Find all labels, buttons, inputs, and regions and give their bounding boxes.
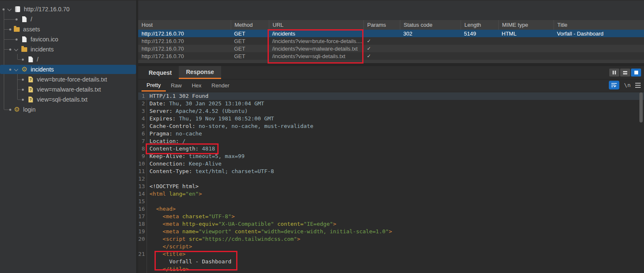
table-row[interactable]: http://172.16.0.70GET/incidents?view=mal… xyxy=(138,45,644,52)
cell-method: GET xyxy=(231,37,269,45)
qfile-icon: ? xyxy=(28,97,33,102)
code-text: Connection: Keep-Alive xyxy=(147,160,222,168)
code-line: 2Date: Thu, 30 Jan 2025 13:10:04 GMT xyxy=(138,100,644,107)
line-number xyxy=(138,265,147,273)
chevron-down-icon[interactable] xyxy=(14,67,18,72)
cell-status xyxy=(400,37,461,45)
line-number: 9 xyxy=(138,153,147,160)
cell-host: http://172.16.0.70 xyxy=(138,37,231,45)
cell-url: /incidents?view=malware-details.txt xyxy=(269,45,363,52)
tree-item-label: favicon.ico xyxy=(31,36,58,43)
line-number: 21 xyxy=(138,250,147,258)
doc-icon xyxy=(21,36,27,42)
table-body: http://172.16.0.70GET/incidents3025149HT… xyxy=(138,30,644,60)
code-text: HTTP/1.1 302 Found xyxy=(147,92,209,100)
tree-item-incidents[interactable]: incidents xyxy=(0,45,136,54)
folder-icon xyxy=(21,47,27,52)
table-row[interactable]: http://172.16.0.70GET/incidents3025149HT… xyxy=(138,30,644,37)
show-newlines-button[interactable]: \n xyxy=(624,82,631,88)
tree-item-label: / xyxy=(31,16,32,23)
line-number: 10 xyxy=(138,160,147,168)
tab-response[interactable]: Response xyxy=(179,66,221,79)
subtab-hex[interactable]: Hex xyxy=(187,79,206,92)
code-line: 15 xyxy=(138,198,644,205)
column-header-mime[interactable]: MIME type xyxy=(498,20,554,30)
subtab-pretty[interactable]: Pretty xyxy=(142,79,166,92)
column-header-url[interactable]: URL xyxy=(269,20,363,30)
code-line: 17 <meta charset="UTF-8"> xyxy=(138,213,644,220)
code-line: 12 xyxy=(138,175,644,183)
editor-menu-button[interactable] xyxy=(635,83,641,88)
editor-scrollbar-thumb[interactable] xyxy=(639,92,643,122)
column-header-params[interactable]: Params xyxy=(363,20,400,30)
code-line: </title> xyxy=(138,265,644,273)
column-header-method[interactable]: Method xyxy=(231,20,269,30)
line-number: 19 xyxy=(138,228,147,235)
tree-node-dot xyxy=(9,69,11,71)
tree-item-favicon-ico[interactable]: favicon.ico xyxy=(0,35,136,44)
chevron-down-icon[interactable] xyxy=(7,7,12,12)
line-number: 6 xyxy=(138,130,147,138)
cell-params: ✓ xyxy=(363,37,400,45)
column-header-length[interactable]: Length xyxy=(461,20,498,30)
code-text: Pragma: no-cache xyxy=(147,130,202,138)
cell-method: GET xyxy=(231,52,269,60)
tree-item-assets[interactable]: assets xyxy=(0,25,136,34)
split-horizontal-button[interactable] xyxy=(620,69,630,77)
code-text: <meta charset="UTF-8"> xyxy=(147,213,235,220)
maximize-view-button[interactable] xyxy=(631,69,641,77)
tree-item-incidents[interactable]: ⚙incidents xyxy=(0,65,136,74)
word-wrap-button[interactable] xyxy=(609,81,619,89)
column-header-title[interactable]: Title xyxy=(554,20,644,30)
table-row[interactable]: http://172.16.0.70GET/incidents?view=bru… xyxy=(138,37,644,45)
code-line: </script> xyxy=(138,243,644,250)
tree-item-view-brute-force-details-txt[interactable]: ?view=brute-force-details.txt xyxy=(0,75,136,84)
table-row[interactable]: http://172.16.0.70GET/incidents?view=sql… xyxy=(138,52,644,60)
code-line: 5Cache-Control: no-store, no-cache, must… xyxy=(138,122,644,130)
tab-request[interactable]: Request xyxy=(142,66,179,79)
column-header-host[interactable]: Host xyxy=(138,20,231,30)
tree-item-http-172-16-0-70[interactable]: http://172.16.0.70 xyxy=(0,5,136,14)
tree-item-login[interactable]: ⚙login xyxy=(0,105,136,114)
code-line: 7Location: / xyxy=(138,138,644,145)
tree-item-label: / xyxy=(37,56,39,63)
code-line: Vorfall - Dashboard xyxy=(138,258,644,265)
sitemap-panel: http://172.16.0.70/assetsfavicon.icoinci… xyxy=(0,0,136,273)
line-number: 7 xyxy=(138,138,147,145)
cell-status xyxy=(400,45,461,52)
chevron-down-icon[interactable] xyxy=(14,47,18,52)
code-text: <!DOCTYPE html> xyxy=(147,183,198,190)
cell-host: http://172.16.0.70 xyxy=(138,45,231,52)
tree-item-view-malware-details-txt[interactable]: ?view=malware-details.txt xyxy=(0,85,136,94)
tree-node-dot xyxy=(22,79,24,81)
code-line: 6Pragma: no-cache xyxy=(138,130,644,138)
code-text: Location: / xyxy=(147,138,185,145)
line-number: 2 xyxy=(138,100,147,107)
sitemap-tree: http://172.16.0.70/assetsfavicon.icoinci… xyxy=(0,5,136,115)
line-number: 11 xyxy=(138,168,147,175)
horizontal-splitter[interactable] xyxy=(138,63,644,66)
code-line: 1HTTP/1.1 302 Found xyxy=(138,92,644,100)
cell-mime xyxy=(498,45,554,52)
cell-length xyxy=(461,37,498,45)
tree-item-view-sqli-details-txt[interactable]: ?view=sqli-details.txt xyxy=(0,95,136,104)
cell-host: http://172.16.0.70 xyxy=(138,52,231,60)
tree-item-label: assets xyxy=(23,26,40,33)
code-text: <head> xyxy=(147,205,176,213)
cell-title xyxy=(554,37,644,45)
response-editor[interactable]: 1HTTP/1.1 302 Found2Date: Thu, 30 Jan 20… xyxy=(138,92,644,273)
cell-method: GET xyxy=(231,45,269,52)
line-number xyxy=(138,243,147,250)
cell-host: http://172.16.0.70 xyxy=(138,30,231,37)
tree-item-label: incidents xyxy=(31,46,54,53)
column-header-status[interactable]: Status code xyxy=(400,20,461,30)
line-number: 5 xyxy=(138,122,147,130)
pause-button[interactable] xyxy=(609,69,619,77)
subtab-render[interactable]: Render xyxy=(206,79,234,92)
line-number: 3 xyxy=(138,107,147,115)
subtab-raw[interactable]: Raw xyxy=(166,79,187,92)
line-number xyxy=(138,258,147,265)
cell-mime xyxy=(498,37,554,45)
tree-item-[interactable]: / xyxy=(0,15,136,24)
tree-item-[interactable]: / xyxy=(0,55,136,64)
